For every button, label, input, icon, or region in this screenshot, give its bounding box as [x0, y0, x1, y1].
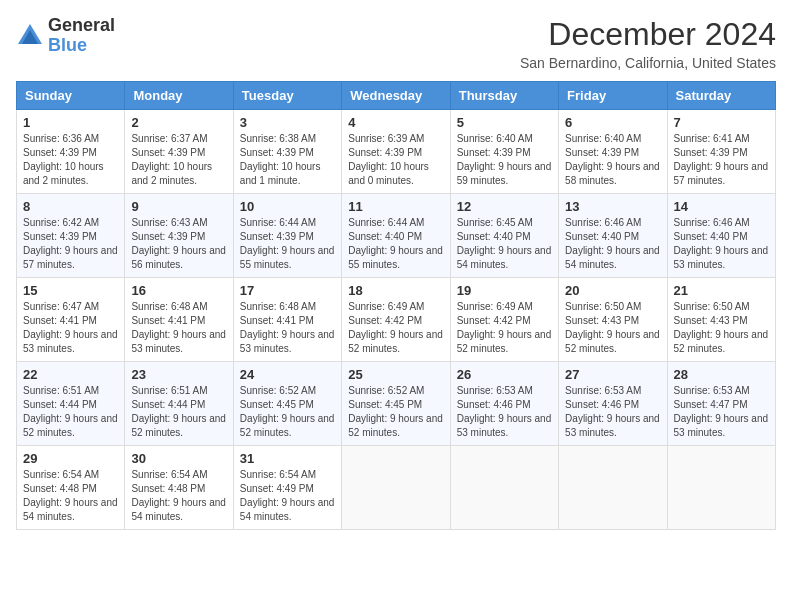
day-info: Sunrise: 6:52 AMSunset: 4:45 PMDaylight:… — [348, 385, 443, 438]
day-number: 1 — [23, 115, 118, 130]
week-row-5: 29 Sunrise: 6:54 AMSunset: 4:48 PMDaylig… — [17, 446, 776, 530]
day-info: Sunrise: 6:44 AMSunset: 4:40 PMDaylight:… — [348, 217, 443, 270]
day-number: 24 — [240, 367, 335, 382]
day-number: 31 — [240, 451, 335, 466]
calendar-cell: 2 Sunrise: 6:37 AMSunset: 4:39 PMDayligh… — [125, 110, 233, 194]
week-row-2: 8 Sunrise: 6:42 AMSunset: 4:39 PMDayligh… — [17, 194, 776, 278]
day-number: 10 — [240, 199, 335, 214]
calendar-cell — [342, 446, 450, 530]
calendar-cell: 5 Sunrise: 6:40 AMSunset: 4:39 PMDayligh… — [450, 110, 558, 194]
week-row-4: 22 Sunrise: 6:51 AMSunset: 4:44 PMDaylig… — [17, 362, 776, 446]
day-info: Sunrise: 6:43 AMSunset: 4:39 PMDaylight:… — [131, 217, 226, 270]
calendar-cell: 26 Sunrise: 6:53 AMSunset: 4:46 PMDaylig… — [450, 362, 558, 446]
day-info: Sunrise: 6:50 AMSunset: 4:43 PMDaylight:… — [674, 301, 769, 354]
day-info: Sunrise: 6:49 AMSunset: 4:42 PMDaylight:… — [348, 301, 443, 354]
calendar-cell: 17 Sunrise: 6:48 AMSunset: 4:41 PMDaylig… — [233, 278, 341, 362]
calendar-cell: 4 Sunrise: 6:39 AMSunset: 4:39 PMDayligh… — [342, 110, 450, 194]
calendar-cell: 24 Sunrise: 6:52 AMSunset: 4:45 PMDaylig… — [233, 362, 341, 446]
day-header-friday: Friday — [559, 82, 667, 110]
day-number: 15 — [23, 283, 118, 298]
day-number: 16 — [131, 283, 226, 298]
day-number: 22 — [23, 367, 118, 382]
calendar-cell: 23 Sunrise: 6:51 AMSunset: 4:44 PMDaylig… — [125, 362, 233, 446]
day-number: 2 — [131, 115, 226, 130]
day-info: Sunrise: 6:36 AMSunset: 4:39 PMDaylight:… — [23, 133, 104, 186]
logo-general-text: General — [48, 16, 115, 36]
day-info: Sunrise: 6:51 AMSunset: 4:44 PMDaylight:… — [131, 385, 226, 438]
day-info: Sunrise: 6:45 AMSunset: 4:40 PMDaylight:… — [457, 217, 552, 270]
day-number: 11 — [348, 199, 443, 214]
month-title: December 2024 — [520, 16, 776, 53]
day-header-saturday: Saturday — [667, 82, 775, 110]
calendar-cell: 25 Sunrise: 6:52 AMSunset: 4:45 PMDaylig… — [342, 362, 450, 446]
day-number: 14 — [674, 199, 769, 214]
day-info: Sunrise: 6:40 AMSunset: 4:39 PMDaylight:… — [457, 133, 552, 186]
day-info: Sunrise: 6:46 AMSunset: 4:40 PMDaylight:… — [674, 217, 769, 270]
calendar-header-row: SundayMondayTuesdayWednesdayThursdayFrid… — [17, 82, 776, 110]
day-info: Sunrise: 6:49 AMSunset: 4:42 PMDaylight:… — [457, 301, 552, 354]
calendar-cell: 19 Sunrise: 6:49 AMSunset: 4:42 PMDaylig… — [450, 278, 558, 362]
calendar-cell — [667, 446, 775, 530]
calendar-cell: 16 Sunrise: 6:48 AMSunset: 4:41 PMDaylig… — [125, 278, 233, 362]
header: General Blue December 2024 San Bernardin… — [16, 16, 776, 71]
day-info: Sunrise: 6:41 AMSunset: 4:39 PMDaylight:… — [674, 133, 769, 186]
day-number: 27 — [565, 367, 660, 382]
day-number: 29 — [23, 451, 118, 466]
calendar-cell: 27 Sunrise: 6:53 AMSunset: 4:46 PMDaylig… — [559, 362, 667, 446]
day-header-thursday: Thursday — [450, 82, 558, 110]
day-info: Sunrise: 6:53 AMSunset: 4:46 PMDaylight:… — [565, 385, 660, 438]
day-number: 13 — [565, 199, 660, 214]
calendar-table: SundayMondayTuesdayWednesdayThursdayFrid… — [16, 81, 776, 530]
day-number: 25 — [348, 367, 443, 382]
calendar-cell: 11 Sunrise: 6:44 AMSunset: 4:40 PMDaylig… — [342, 194, 450, 278]
day-number: 4 — [348, 115, 443, 130]
logo: General Blue — [16, 16, 115, 56]
logo-blue-text: Blue — [48, 36, 115, 56]
logo-icon — [16, 22, 44, 50]
calendar-cell: 8 Sunrise: 6:42 AMSunset: 4:39 PMDayligh… — [17, 194, 125, 278]
week-row-3: 15 Sunrise: 6:47 AMSunset: 4:41 PMDaylig… — [17, 278, 776, 362]
day-info: Sunrise: 6:53 AMSunset: 4:46 PMDaylight:… — [457, 385, 552, 438]
day-number: 12 — [457, 199, 552, 214]
day-info: Sunrise: 6:48 AMSunset: 4:41 PMDaylight:… — [240, 301, 335, 354]
day-info: Sunrise: 6:54 AMSunset: 4:49 PMDaylight:… — [240, 469, 335, 522]
day-info: Sunrise: 6:50 AMSunset: 4:43 PMDaylight:… — [565, 301, 660, 354]
day-header-tuesday: Tuesday — [233, 82, 341, 110]
day-number: 17 — [240, 283, 335, 298]
calendar-cell: 6 Sunrise: 6:40 AMSunset: 4:39 PMDayligh… — [559, 110, 667, 194]
day-info: Sunrise: 6:52 AMSunset: 4:45 PMDaylight:… — [240, 385, 335, 438]
week-row-1: 1 Sunrise: 6:36 AMSunset: 4:39 PMDayligh… — [17, 110, 776, 194]
calendar-cell: 3 Sunrise: 6:38 AMSunset: 4:39 PMDayligh… — [233, 110, 341, 194]
day-number: 30 — [131, 451, 226, 466]
day-info: Sunrise: 6:47 AMSunset: 4:41 PMDaylight:… — [23, 301, 118, 354]
day-info: Sunrise: 6:38 AMSunset: 4:39 PMDaylight:… — [240, 133, 321, 186]
calendar-cell — [559, 446, 667, 530]
day-number: 18 — [348, 283, 443, 298]
calendar-cell: 12 Sunrise: 6:45 AMSunset: 4:40 PMDaylig… — [450, 194, 558, 278]
calendar-cell: 22 Sunrise: 6:51 AMSunset: 4:44 PMDaylig… — [17, 362, 125, 446]
day-info: Sunrise: 6:44 AMSunset: 4:39 PMDaylight:… — [240, 217, 335, 270]
title-area: December 2024 San Bernardino, California… — [520, 16, 776, 71]
day-number: 5 — [457, 115, 552, 130]
calendar-cell: 10 Sunrise: 6:44 AMSunset: 4:39 PMDaylig… — [233, 194, 341, 278]
day-info: Sunrise: 6:37 AMSunset: 4:39 PMDaylight:… — [131, 133, 212, 186]
day-info: Sunrise: 6:39 AMSunset: 4:39 PMDaylight:… — [348, 133, 429, 186]
calendar-cell: 29 Sunrise: 6:54 AMSunset: 4:48 PMDaylig… — [17, 446, 125, 530]
calendar-cell: 21 Sunrise: 6:50 AMSunset: 4:43 PMDaylig… — [667, 278, 775, 362]
day-number: 26 — [457, 367, 552, 382]
calendar-body: 1 Sunrise: 6:36 AMSunset: 4:39 PMDayligh… — [17, 110, 776, 530]
day-number: 19 — [457, 283, 552, 298]
day-info: Sunrise: 6:48 AMSunset: 4:41 PMDaylight:… — [131, 301, 226, 354]
day-number: 8 — [23, 199, 118, 214]
calendar-cell: 14 Sunrise: 6:46 AMSunset: 4:40 PMDaylig… — [667, 194, 775, 278]
calendar-cell: 1 Sunrise: 6:36 AMSunset: 4:39 PMDayligh… — [17, 110, 125, 194]
calendar-cell: 7 Sunrise: 6:41 AMSunset: 4:39 PMDayligh… — [667, 110, 775, 194]
day-info: Sunrise: 6:54 AMSunset: 4:48 PMDaylight:… — [23, 469, 118, 522]
calendar-cell: 18 Sunrise: 6:49 AMSunset: 4:42 PMDaylig… — [342, 278, 450, 362]
day-header-sunday: Sunday — [17, 82, 125, 110]
day-info: Sunrise: 6:40 AMSunset: 4:39 PMDaylight:… — [565, 133, 660, 186]
day-info: Sunrise: 6:54 AMSunset: 4:48 PMDaylight:… — [131, 469, 226, 522]
calendar-cell: 28 Sunrise: 6:53 AMSunset: 4:47 PMDaylig… — [667, 362, 775, 446]
day-number: 20 — [565, 283, 660, 298]
day-number: 7 — [674, 115, 769, 130]
